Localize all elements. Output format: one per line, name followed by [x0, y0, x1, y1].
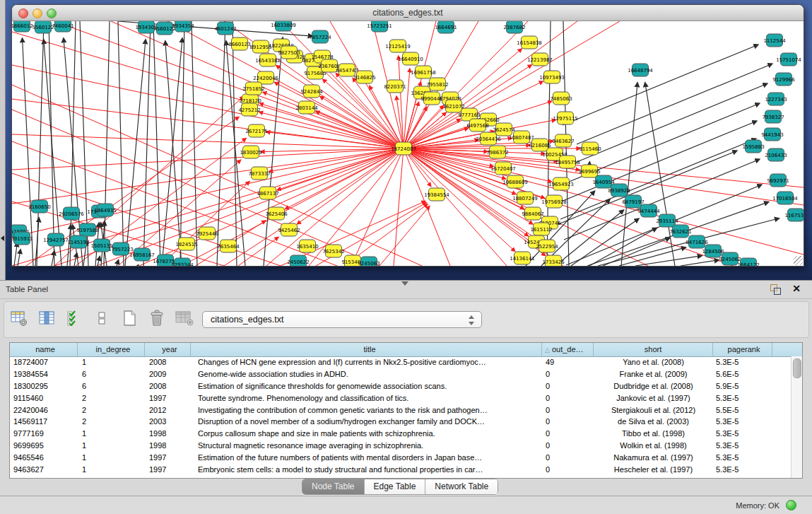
- table-row[interactable]: 911546021997Tourette syndrome. Phenomeno…: [10, 392, 792, 404]
- graph-node-yellow[interactable]: 16961758: [411, 66, 436, 78]
- graph-node-teal[interactable]: 5692971: [767, 174, 789, 187]
- graph-node-teal[interactable]: 1866012: [12, 21, 33, 32]
- column-header-year[interactable]: year: [145, 343, 191, 356]
- graph-node-teal[interactable]: 7460041: [52, 21, 73, 32]
- graph-node-teal[interactable]: 1227343: [765, 93, 787, 105]
- table-row[interactable]: 977716911998Corpus callosum shape and si…: [10, 428, 792, 440]
- graph-node-yellow[interactable]: 9827503: [278, 46, 300, 59]
- graph-node-yellow[interactable]: 2751852: [242, 82, 264, 95]
- graph-node-yellow[interactable]: 9463627: [552, 134, 574, 147]
- graph-node-teal[interactable]: 8938928: [608, 184, 630, 197]
- graph-node-yellow[interactable]: 12975115: [553, 112, 578, 124]
- table-row[interactable]: 1456911722003Disruption of a novel membe…: [10, 416, 792, 428]
- tab-node-table[interactable]: Node Table: [302, 479, 365, 494]
- network-window-titlebar[interactable]: citations_edges.txt: [12, 5, 804, 21]
- graph-node-yellow[interactable]: 19756928: [541, 195, 567, 208]
- graph-node-yellow[interactable]: 6497568: [466, 119, 488, 132]
- graph-node-teal[interactable]: 2450622: [287, 255, 309, 266]
- column-header-title[interactable]: title: [191, 343, 542, 356]
- graph-node-yellow[interactable]: 2672175: [245, 124, 267, 137]
- graph-node-yellow[interactable]: 10973493: [539, 71, 565, 83]
- graph-node-yellow[interactable]: 4275212: [238, 103, 260, 116]
- graph-node-teal[interactable]: 4601242: [214, 22, 236, 35]
- table-row[interactable]: 946362711997Embryonic stem cells: a mode…: [10, 464, 792, 476]
- graph-node-yellow[interactable]: 9425462: [278, 223, 300, 236]
- graph-node-teal[interactable]: 7938327: [762, 110, 784, 123]
- table-row[interactable]: 946554611997Estimation of the future num…: [10, 452, 792, 464]
- column-header-out_de[interactable]: △out_de…: [542, 343, 594, 356]
- graph-node-yellow[interactable]: 16154838: [517, 36, 542, 49]
- graph-node-teal[interactable]: 16033809: [271, 21, 296, 31]
- graph-node-teal[interactable]: 2106433: [765, 148, 787, 161]
- graph-node-yellow[interactable]: 7873337: [248, 167, 270, 180]
- control-panel-collapsed-strip[interactable]: [0, 0, 6, 280]
- column-header-pagerank[interactable]: pagerank: [713, 343, 772, 356]
- graph-node-yellow[interactable]: 9146825: [353, 71, 375, 83]
- table-row[interactable]: 1872400712008Changes of HCN gene express…: [10, 356, 792, 368]
- table-row[interactable]: 2242004622012Investigating the contribut…: [10, 404, 792, 416]
- graph-node-teal[interactable]: 15723251: [367, 21, 392, 32]
- table-row[interactable]: 1938455462009Genome-wide association stu…: [10, 368, 792, 380]
- graph-node-yellow[interactable]: 7625406: [265, 207, 288, 220]
- table-row[interactable]: 969969511998Structural magnetic resonanc…: [10, 440, 792, 452]
- graph-node-teal[interactable]: 7857224: [309, 30, 331, 43]
- table-settings-icon[interactable]: [10, 308, 28, 328]
- graph-node-teal[interactable]: 1595883: [742, 140, 764, 153]
- graph-node-yellow[interactable]: 7485063: [550, 92, 572, 105]
- delete-columns-trash-icon[interactable]: [148, 308, 166, 328]
- graph-node-teal[interactable]: 9129966: [772, 73, 795, 86]
- graph-node-yellow[interactable]: 10807487: [509, 131, 534, 144]
- graph-node-teal[interactable]: 2160650: [28, 200, 50, 213]
- tab-network-table[interactable]: Network Table: [425, 479, 498, 494]
- graph-node-yellow[interactable]: 2803144: [295, 101, 318, 114]
- graph-node-yellow[interactable]: 1867137: [257, 187, 278, 199]
- column-header-in_degree[interactable]: in_degree: [78, 343, 145, 356]
- graph-node-teal[interactable]: 15751074: [776, 53, 801, 66]
- graph-node-yellow[interactable]: 19384554: [424, 188, 449, 201]
- graph-node-teal[interactable]: 1167533: [784, 209, 804, 221]
- graph-node-yellow[interactable]: 9884067: [522, 207, 543, 220]
- graph-node-yellow[interactable]: 8660123: [228, 37, 250, 50]
- graph-node-teal[interactable]: 1864935: [94, 204, 116, 216]
- graph-node-yellow[interactable]: 2522954: [536, 240, 558, 252]
- graph-node-yellow[interactable]: 10688609: [502, 175, 528, 188]
- graph-node-yellow[interactable]: 16543382: [255, 54, 281, 66]
- graph-node-teal[interactable]: 17016504: [772, 192, 798, 204]
- network-canvas-svg[interactable]: 1872400712125419166409101696175879558121…: [12, 21, 804, 266]
- graph-node-teal[interactable]: 16648794: [628, 64, 653, 76]
- select-all-icon[interactable]: [65, 308, 83, 328]
- graph-node-yellow[interactable]: 1635410: [296, 240, 318, 252]
- graph-node-teal[interactable]: 1112544: [763, 34, 786, 47]
- graph-node-teal[interactable]: 9197588: [76, 223, 98, 236]
- graph-node-yellow[interactable]: 9115460: [579, 142, 601, 155]
- graph-node-yellow[interactable]: 7925446: [196, 227, 218, 240]
- graph-node-yellow[interactable]: 7986372: [486, 146, 508, 158]
- graph-node-teal[interactable]: 20206576: [59, 207, 84, 220]
- graph-node-teal[interactable]: 1664122: [737, 258, 759, 266]
- scrollbar-thumb[interactable]: [793, 358, 801, 378]
- graph-node-teal[interactable]: 9474444: [637, 204, 660, 217]
- new-column-icon[interactable]: [120, 308, 139, 328]
- clear-selection-icon[interactable]: [93, 308, 111, 328]
- graph-node-yellow[interactable]: 7635464: [217, 240, 240, 252]
- graph-node-yellow[interactable]: 12125419: [385, 40, 411, 52]
- graph-node-teal[interactable]: 1664691: [435, 21, 457, 33]
- graph-node-yellow[interactable]: 7625342: [322, 245, 344, 257]
- graph-node-teal[interactable]: 12942757: [43, 233, 69, 246]
- graph-node-teal[interactable]: 8471626: [686, 235, 708, 248]
- close-panel-icon[interactable]: ✕: [792, 283, 801, 294]
- graph-node-yellow[interactable]: 1615112: [530, 223, 552, 235]
- column-header-short[interactable]: short: [594, 343, 713, 356]
- table-source-select[interactable]: citations_edges.txt: [202, 311, 482, 328]
- graph-node-teal[interactable]: 7632621: [669, 225, 691, 238]
- memory-status-indicator[interactable]: [786, 500, 796, 510]
- network-canvas[interactable]: 1872400712125419166409101696175879558121…: [12, 21, 804, 266]
- graph-node-teal[interactable]: 1284506: [702, 245, 724, 257]
- graph-node-yellow[interactable]: 8220371: [384, 80, 406, 93]
- graph-node-teal[interactable]: 5560122: [32, 21, 54, 33]
- column-header-name[interactable]: name: [10, 343, 78, 356]
- graph-node-yellow[interactable]: 9242844: [300, 85, 323, 98]
- graph-node-teal[interactable]: 2387682: [503, 21, 525, 33]
- vertical-scrollbar[interactable]: [791, 356, 802, 478]
- graph-node-teal[interactable]: 3915911: [12, 232, 33, 245]
